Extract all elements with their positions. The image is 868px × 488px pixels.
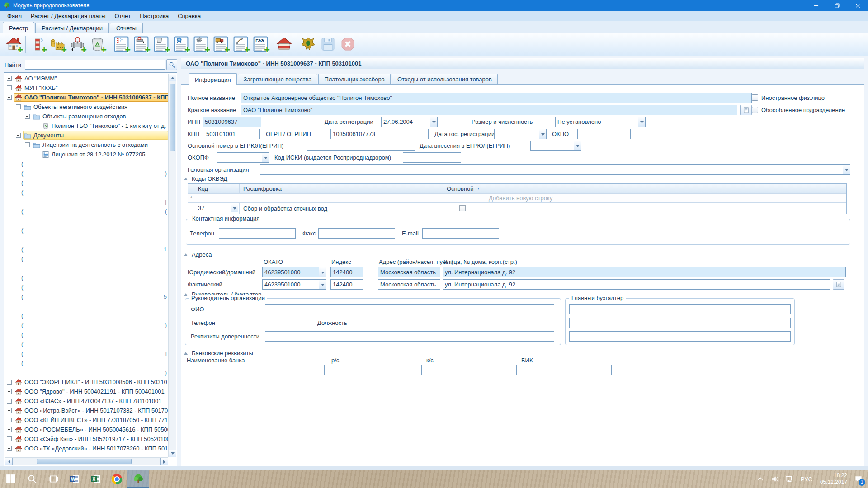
tree-item[interactable]: ООО «РОСМЕБЕЛЬ» - ИНН 5050045616 - КПП 5…: [5, 425, 168, 434]
bank-rs-input[interactable]: [330, 365, 422, 375]
add-waste-document-button[interactable]: +: [151, 35, 171, 55]
horizontal-scroll-thumb[interactable]: [37, 459, 132, 464]
ogrn-input[interactable]: [330, 129, 429, 139]
add-waste-object-button[interactable]: +: [87, 35, 107, 55]
tree-fragment-row[interactable]: [: [5, 197, 168, 206]
menu-item-1[interactable]: Файл: [3, 12, 26, 20]
tree-fragment-row[interactable]: (I: [5, 349, 168, 358]
tree-fragment-row[interactable]: ): [5, 368, 168, 377]
expand-icon[interactable]: [7, 76, 12, 81]
tree-item[interactable]: Лицензии на деятельность с отходами: [5, 140, 168, 150]
okved-new-row[interactable]: * Добавить новую строку: [188, 194, 846, 203]
contact-fax-input[interactable]: [318, 228, 395, 239]
tree-item[interactable]: ООО «КЕЙН ИНВЕСТ» - ИНН 7731187050 - КПП…: [5, 415, 168, 425]
okved-row[interactable]: 37 Сбор и обработка сточных вод: [188, 203, 846, 214]
excel-taskbar-button[interactable]: X: [85, 470, 106, 488]
address-note-button[interactable]: [833, 279, 844, 290]
inn-input[interactable]: [203, 117, 261, 127]
egrul-date-combo[interactable]: [530, 141, 581, 151]
search-input[interactable]: [25, 60, 165, 70]
app-tree-taskbar-button[interactable]: [127, 470, 149, 488]
actual-area-input[interactable]: [378, 279, 440, 290]
main-tab-1[interactable]: Реестр: [3, 22, 34, 33]
word-taskbar-button[interactable]: W: [64, 470, 85, 488]
actual-okato-combo[interactable]: [262, 279, 326, 290]
bank-name-input[interactable]: [187, 365, 325, 375]
chevron-down-icon[interactable]: [430, 117, 437, 127]
detail-tab-1[interactable]: Информация: [189, 73, 237, 85]
size-input[interactable]: [555, 117, 646, 127]
tree-fragment-row[interactable]: (: [5, 273, 168, 282]
tree-item[interactable]: Объекты негативного воздействия: [5, 102, 168, 112]
tree-item[interactable]: ООО «ВЗАС» - ИНН 4703047137 - КПП 781101…: [5, 396, 168, 406]
restore-button[interactable]: [826, 0, 847, 11]
tree-item[interactable]: МУП "ККХБ": [5, 83, 168, 93]
collapse-node-icon[interactable]: [16, 104, 21, 109]
bank-section-header[interactable]: Банковские реквизиты: [184, 350, 253, 357]
director-position-input[interactable]: [353, 318, 554, 328]
okved-code-value[interactable]: 37: [196, 205, 204, 211]
tree-fragment-row[interactable]: ((: [5, 206, 168, 216]
head-org-combo[interactable]: [260, 164, 850, 175]
horizontal-scrollbar[interactable]: [5, 457, 168, 465]
tree-item[interactable]: Объекты размещения отходов: [5, 112, 168, 121]
tree-fragment-row[interactable]: [5, 216, 168, 225]
kpp-input[interactable]: [204, 129, 260, 139]
contact-phone-input[interactable]: [219, 228, 296, 239]
collapse-icon[interactable]: [184, 352, 188, 355]
iski-input[interactable]: [403, 152, 461, 163]
actual-street-input[interactable]: [443, 279, 830, 290]
contact-email-input[interactable]: [422, 228, 499, 239]
add-emission-stack-button[interactable]: +: [28, 35, 47, 55]
collapse-node-icon[interactable]: [25, 114, 30, 119]
collapse-node-icon[interactable]: [7, 95, 12, 100]
tree-item[interactable]: ООО «Сэйф Кэп» - ИНН 5052019717 - КПП 50…: [5, 434, 168, 444]
legal-okato-input[interactable]: [262, 267, 326, 277]
okpo-input[interactable]: [577, 129, 631, 139]
okved-col-code[interactable]: Код: [194, 184, 240, 193]
legal-area-input[interactable]: [378, 267, 440, 277]
actual-okato-input[interactable]: [262, 279, 326, 290]
chevron-down-icon[interactable]: [231, 204, 238, 212]
legal-okato-combo[interactable]: [262, 267, 326, 277]
chevron-down-icon[interactable]: [638, 117, 645, 127]
chevron-up-icon[interactable]: [753, 470, 768, 488]
collapse-icon[interactable]: [184, 293, 188, 296]
tree-item[interactable]: ООО "Ядрово" - ИНН 5004021191 - КПП 5004…: [5, 387, 168, 396]
chevron-down-icon[interactable]: [843, 165, 850, 174]
legal-street-input[interactable]: [443, 267, 846, 277]
tree-fragment-row[interactable]: (: [5, 225, 168, 235]
minimize-button[interactable]: [806, 0, 826, 11]
tree-fragment-row[interactable]: (: [5, 330, 168, 339]
chevron-down-icon[interactable]: [262, 153, 269, 162]
tree-item[interactable]: ООО «ТК «Дедовский» - ИНН 5017073260 - К…: [5, 444, 168, 453]
okved-section-header[interactable]: Коды ОКВЭД: [184, 175, 227, 182]
add-factory-button[interactable]: +: [47, 35, 67, 55]
tree-fragment-row[interactable]: (): [5, 320, 168, 330]
tree-fragment-row[interactable]: (: [5, 254, 168, 263]
director-phone-input[interactable]: [265, 318, 312, 328]
head-org-input[interactable]: [260, 164, 850, 175]
chrome-taskbar-button[interactable]: [106, 470, 127, 488]
size-combo[interactable]: [555, 117, 646, 127]
full-name-input[interactable]: [241, 93, 752, 103]
expand-icon[interactable]: [7, 408, 12, 413]
main-tab-3[interactable]: Отчеты: [110, 23, 143, 33]
accountant-fio-input[interactable]: [569, 304, 791, 314]
tree-fragment-row[interactable]: [5, 263, 168, 273]
add-license-document-button[interactable]: +: [171, 35, 191, 55]
tree-item[interactable]: Полигон ТБО "Тимохово" - 1 км к югу от д…: [5, 121, 168, 131]
collapse-icon[interactable]: [184, 253, 188, 256]
collapse-node-icon[interactable]: [16, 133, 21, 138]
okved-main-checkbox[interactable]: [459, 205, 466, 211]
tree-item[interactable]: Документы: [5, 131, 168, 140]
okved-code-cell[interactable]: 37: [194, 203, 240, 214]
short-name-input[interactable]: [241, 105, 737, 115]
tree-fragment-row[interactable]: (: [5, 358, 168, 368]
menu-item-2[interactable]: Расчет / Декларация платы: [26, 12, 110, 20]
rosprirodnadzor-emblem-button[interactable]: [298, 35, 318, 55]
okved-col-main[interactable]: Основной: [443, 184, 479, 193]
gos-reg-date-combo[interactable]: [494, 129, 547, 139]
main-tab-2[interactable]: Расчеты / Декларации: [35, 23, 109, 33]
bank-bik-input[interactable]: [520, 365, 612, 375]
